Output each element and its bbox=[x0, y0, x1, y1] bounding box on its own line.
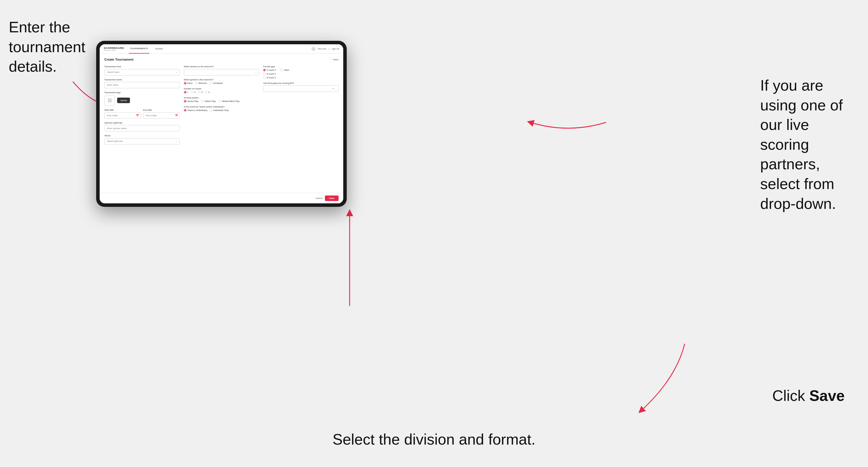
gender-combined[interactable]: Combined bbox=[209, 82, 223, 85]
logo-placeholder: 🖼 bbox=[104, 95, 115, 106]
rounds-2-label: 2 bbox=[194, 91, 195, 94]
live-scoring-clear-icon[interactable]: ✕ bbox=[332, 87, 334, 90]
gender-combined-radio[interactable] bbox=[209, 82, 212, 85]
format-other[interactable]: Other bbox=[280, 69, 289, 71]
tournament-host-input[interactable] bbox=[104, 69, 180, 75]
format-type-row: 5 count 4 6 count 4 6 count 5 bbox=[263, 69, 339, 79]
live-scoring-input[interactable]: Leaderboard King bbox=[263, 85, 339, 92]
rounds-4[interactable]: 4 bbox=[205, 91, 210, 94]
format-6count5[interactable]: 6 count 5 bbox=[263, 76, 276, 79]
division-group: Which division is the event for? NCAA Di… bbox=[184, 65, 259, 75]
rounds-label: Number of rounds bbox=[184, 87, 259, 90]
rounds-4-radio[interactable] bbox=[205, 91, 208, 94]
tournament-name-label: Tournament name bbox=[104, 79, 180, 81]
save-button[interactable]: Save bbox=[325, 195, 339, 201]
format-6count4-label: 6 count 4 bbox=[267, 72, 276, 75]
rounds-1[interactable]: 1 bbox=[184, 91, 188, 94]
rounds-4-label: 4 bbox=[208, 91, 210, 94]
format-5count4-radio[interactable] bbox=[263, 69, 266, 71]
form-columns: Tournament Host Tournament name Tourname… bbox=[104, 65, 339, 145]
sponsor-group: Sponsor (optional) bbox=[104, 122, 180, 131]
ind-only-radio[interactable] bbox=[210, 109, 212, 112]
sponsor-label: Sponsor (optional) bbox=[104, 122, 180, 124]
upload-button[interactable]: Upload bbox=[117, 98, 130, 103]
scoring-group: Scoring system Stroke Play Match Play bbox=[184, 96, 259, 102]
gender-radio-group: Mens Womens Combined bbox=[184, 82, 259, 85]
division-input[interactable]: NCAA Division I bbox=[184, 69, 259, 75]
scoring-stroke[interactable]: Stroke Play bbox=[184, 100, 198, 102]
tournament-host-group: Tournament Host bbox=[104, 65, 180, 75]
format-5count4[interactable]: 5 count 4 bbox=[263, 69, 276, 71]
start-date-wrap: 📅 bbox=[104, 112, 141, 119]
ind-only[interactable]: Individuals Only bbox=[210, 109, 229, 112]
rounds-2[interactable]: 2 bbox=[191, 91, 195, 94]
avatar bbox=[311, 47, 315, 51]
tablet-device: SCOREBOARD Powered by clippit TOURNAMENT… bbox=[96, 41, 347, 207]
tournament-name-input[interactable] bbox=[104, 82, 180, 88]
page-title: Create Tournament bbox=[104, 58, 133, 61]
format-type-group: Format type 5 count 4 6 count 4 bbox=[263, 65, 339, 79]
scoring-match-radio[interactable] bbox=[202, 100, 204, 102]
user-name: Test User bbox=[318, 48, 327, 50]
format-other-radio[interactable] bbox=[280, 69, 283, 71]
teams-group: Is this event for Teams and/or Individua… bbox=[184, 105, 259, 112]
rounds-radio-group: 1 2 3 4 bbox=[184, 91, 259, 94]
teams-and-ind-radio[interactable] bbox=[184, 109, 186, 112]
navbar-tabs: TOURNAMENTS TEAMS bbox=[129, 44, 311, 54]
rounds-3[interactable]: 3 bbox=[198, 91, 203, 94]
annotation-click-prefix: Click bbox=[772, 387, 809, 404]
gender-mens-radio[interactable] bbox=[184, 82, 186, 85]
scoring-medal-match[interactable]: Medal Match Play bbox=[219, 100, 240, 102]
end-date-input[interactable] bbox=[143, 112, 180, 119]
scoring-radio-group: Stroke Play Match Play Medal Match Play bbox=[184, 100, 259, 102]
venue-input[interactable] bbox=[104, 138, 180, 145]
scoring-match[interactable]: Match Play bbox=[202, 100, 216, 102]
format-other-label: Other bbox=[284, 69, 289, 71]
start-date-label: Start date bbox=[104, 109, 141, 111]
format-col2: Other bbox=[280, 69, 289, 79]
gender-womens-radio[interactable] bbox=[195, 82, 197, 85]
rounds-1-radio[interactable] bbox=[184, 91, 186, 94]
tournament-host-label: Tournament Host bbox=[104, 65, 180, 68]
gender-mens-label: Mens bbox=[187, 82, 193, 85]
annotation-topleft: Enter the tournament details. bbox=[9, 18, 90, 76]
cancel-button[interactable]: Cancel bbox=[315, 197, 322, 199]
user-separator: | bbox=[329, 48, 329, 50]
navbar-right: Test User | Sign out bbox=[311, 47, 339, 51]
teams-and-ind[interactable]: Teams (+Individuals) bbox=[184, 109, 208, 112]
tab-tournaments[interactable]: TOURNAMENTS bbox=[129, 44, 149, 54]
brand-title: SCOREBOARD bbox=[104, 46, 124, 50]
start-date-group: Start date 📅 bbox=[104, 109, 141, 119]
back-link[interactable]: ‹ Back bbox=[332, 58, 339, 61]
start-date-input[interactable] bbox=[104, 112, 141, 119]
rounds-2-radio[interactable] bbox=[191, 91, 193, 94]
annotation-save-bold: Save bbox=[809, 387, 845, 404]
gender-womens[interactable]: Womens bbox=[195, 82, 207, 85]
scoring-stroke-radio[interactable] bbox=[184, 100, 186, 102]
gender-combined-label: Combined bbox=[213, 82, 223, 85]
rounds-1-label: 1 bbox=[187, 91, 188, 94]
tablet-screen: SCOREBOARD Powered by clippit TOURNAMENT… bbox=[100, 44, 343, 204]
annotation-topright: If you are using one of our live scoring… bbox=[760, 76, 859, 214]
venue-group: Venue bbox=[104, 134, 180, 145]
format-6count5-radio[interactable] bbox=[263, 76, 266, 79]
scoring-stroke-label: Stroke Play bbox=[187, 100, 198, 102]
logo-upload-area: 🖼 Upload bbox=[104, 95, 180, 106]
format-col1: 5 count 4 6 count 4 6 count 5 bbox=[263, 69, 276, 79]
annotation-bottomcenter: Select the division and format. bbox=[333, 430, 535, 449]
live-scoring-label: Use third-party live scoring API? bbox=[263, 82, 339, 85]
brand: SCOREBOARD Powered by clippit bbox=[104, 46, 124, 51]
sponsor-input[interactable] bbox=[104, 125, 180, 131]
page-header: Create Tournament ‹ Back bbox=[104, 58, 339, 61]
scoring-medal-radio[interactable] bbox=[219, 100, 221, 102]
format-6count4-radio[interactable] bbox=[263, 72, 266, 75]
rounds-3-radio[interactable] bbox=[198, 91, 200, 94]
page-content: Create Tournament ‹ Back Tournament Host bbox=[100, 54, 343, 204]
live-scoring-expand-icon[interactable]: ⌄ bbox=[335, 87, 337, 90]
scoring-match-label: Match Play bbox=[205, 100, 216, 102]
annotation-bottomright: Click Save bbox=[772, 386, 845, 406]
sign-out-link[interactable]: Sign out bbox=[332, 48, 339, 50]
tab-teams[interactable]: TEAMS bbox=[154, 44, 164, 54]
format-6count4[interactable]: 6 count 4 bbox=[263, 72, 276, 75]
gender-mens[interactable]: Mens bbox=[184, 82, 193, 85]
